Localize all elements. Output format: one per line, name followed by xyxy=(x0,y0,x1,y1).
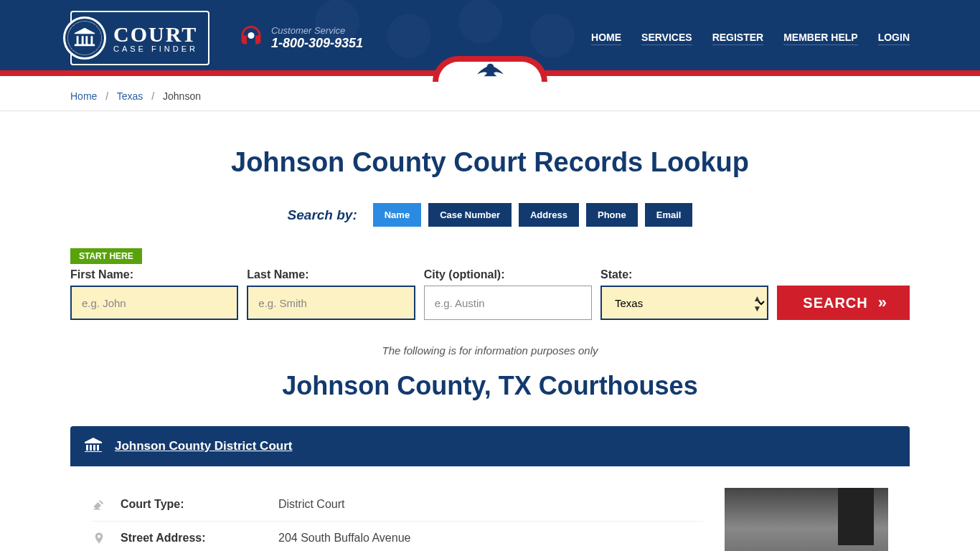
logo-subtitle: CASE FINDER xyxy=(113,45,198,53)
nav-register[interactable]: REGISTER xyxy=(712,32,764,45)
nav-home[interactable]: HOME xyxy=(591,32,621,45)
search-by-label: Search by: xyxy=(288,207,357,223)
customer-service: Customer Service 1-800-309-9351 xyxy=(238,24,363,52)
city-label: City (optional): xyxy=(424,268,592,281)
search-by-row: Search by: Name Case Number Address Phon… xyxy=(70,203,910,227)
detail-street-address: Street Address: 204 South Buffalo Avenue xyxy=(92,522,703,551)
nav-help[interactable]: MEMBER HELP xyxy=(783,32,857,45)
breadcrumb-bar: Home / Texas / Johnson xyxy=(0,82,980,111)
search-arrows-icon: » xyxy=(878,293,884,312)
state-select[interactable]: Texas xyxy=(600,286,768,320)
field-last-name: Last Name: xyxy=(247,268,415,320)
state-label: State: xyxy=(600,268,768,281)
city-input[interactable] xyxy=(424,286,592,320)
tab-name[interactable]: Name xyxy=(373,203,421,227)
breadcrumb-home[interactable]: Home xyxy=(70,90,97,102)
service-label: Customer Service xyxy=(271,25,363,36)
last-name-label: Last Name: xyxy=(247,268,415,281)
ribbon-decoration: ★★★★★★★★★ xyxy=(0,76,980,82)
site-header: COURT CASE FINDER Customer Service 1-800… xyxy=(0,0,980,76)
court-details: Court Type: District Court Street Addres… xyxy=(92,488,703,551)
search-button-label: SEARCH xyxy=(803,295,867,311)
logo-seal-icon xyxy=(63,17,106,60)
nav-login[interactable]: LOGIN xyxy=(878,32,910,45)
gavel-icon xyxy=(92,498,106,511)
breadcrumb: Home / Texas / Johnson xyxy=(70,90,910,102)
field-state: State: Texas ▲▼ xyxy=(600,268,768,320)
page-title: Johnson County Court Records Lookup xyxy=(70,147,910,178)
search-tabs: Name Case Number Address Phone Email xyxy=(373,203,693,227)
headset-icon xyxy=(238,24,264,52)
search-form: First Name: Last Name: City (optional): … xyxy=(70,268,910,320)
breadcrumb-current: Johnson xyxy=(163,90,201,102)
pin-icon xyxy=(92,532,106,545)
first-name-input[interactable] xyxy=(70,286,238,320)
field-city: City (optional): xyxy=(424,268,592,320)
tab-email[interactable]: Email xyxy=(645,203,693,227)
detail-court-type: Court Type: District Court xyxy=(92,488,703,522)
courthouse-icon xyxy=(85,438,102,455)
court-card: Johnson County District Court Court Type… xyxy=(70,426,910,551)
disclaimer-text: The following is for information purpose… xyxy=(70,344,910,357)
courthouses-title: Johnson County, TX Courthouses xyxy=(70,371,910,401)
search-button[interactable]: SEARCH » xyxy=(777,286,910,320)
court-name-link[interactable]: Johnson County District Court xyxy=(115,439,292,453)
first-name-label: First Name: xyxy=(70,268,238,281)
logo-title: COURT xyxy=(113,24,198,45)
main-nav: HOME SERVICES REGISTER MEMBER HELP LOGIN xyxy=(591,32,910,45)
last-name-input[interactable] xyxy=(247,286,415,320)
service-phone: 1-800-309-9351 xyxy=(271,36,363,51)
start-here-badge: START HERE xyxy=(70,248,142,264)
tab-address[interactable]: Address xyxy=(519,203,579,227)
svg-point-0 xyxy=(248,32,254,39)
court-card-header: Johnson County District Court xyxy=(70,426,910,466)
logo[interactable]: COURT CASE FINDER xyxy=(70,11,209,65)
nav-services[interactable]: SERVICES xyxy=(641,32,692,45)
tab-phone[interactable]: Phone xyxy=(586,203,638,227)
tab-case-number[interactable]: Case Number xyxy=(428,203,512,227)
court-photo xyxy=(725,488,888,551)
field-first-name: First Name: xyxy=(70,268,238,320)
breadcrumb-state[interactable]: Texas xyxy=(117,90,143,102)
